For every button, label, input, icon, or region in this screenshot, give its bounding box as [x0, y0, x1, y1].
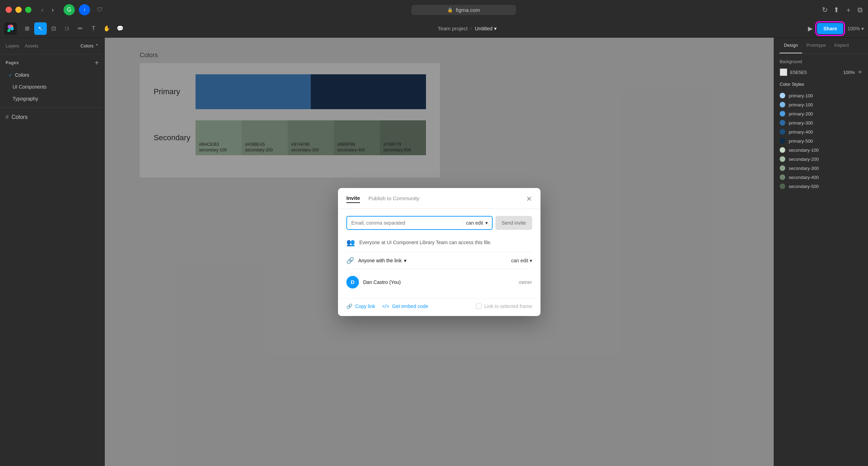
refresh-icon[interactable]: ↻: [822, 6, 828, 14]
right-tab-inspect[interactable]: Inspect: [830, 38, 853, 53]
email-input[interactable]: [351, 217, 459, 229]
shield-extension[interactable]: 🛡: [94, 4, 105, 15]
maximize-button[interactable]: [25, 7, 31, 13]
background-color-swatch[interactable]: [780, 68, 787, 76]
tab-colors[interactable]: Colors ⌃: [80, 43, 99, 48]
modal-header: Invite Publish to Community ✕: [338, 188, 540, 209]
chevron-down-icon: ▾: [530, 258, 532, 263]
zoom-control[interactable]: 100% ▾: [847, 26, 864, 31]
color-style-name: primary-100: [789, 93, 813, 98]
link-icon: 🔗: [346, 303, 352, 309]
color-style-dot: [780, 102, 785, 107]
share-browser-icon[interactable]: ⬆: [833, 6, 839, 14]
modal-body: can edit ▾ Send invite 👥 Everyone at UI …: [338, 209, 540, 298]
page-item-ui-components[interactable]: UI Components: [7, 81, 102, 92]
background-hex: E5E5E5: [790, 70, 840, 75]
modal-overlay[interactable]: Invite Publish to Community ✕ can edit ▾: [105, 38, 774, 466]
tab-assets[interactable]: Assets: [25, 42, 38, 50]
minimize-button[interactable]: [15, 7, 22, 13]
canvas-area[interactable]: Colors Primary Secondary #B4CEB3: [105, 38, 774, 466]
page-name-ui: UI Components: [13, 84, 46, 90]
background-opacity: 100%: [843, 70, 855, 75]
embed-code-button[interactable]: </> Get embed code: [382, 303, 428, 309]
share-button[interactable]: Share: [817, 23, 843, 34]
text-icon: T: [92, 25, 95, 32]
color-style-item[interactable]: primary-400: [780, 127, 862, 136]
color-style-item[interactable]: secondary-400: [780, 173, 862, 182]
anyone-link-label[interactable]: Anyone with the link ▾: [358, 258, 511, 263]
right-tab-design[interactable]: Design: [780, 38, 802, 53]
color-style-item[interactable]: secondary-500: [780, 182, 862, 191]
modal-close-button[interactable]: ✕: [526, 195, 532, 202]
email-input-wrap[interactable]: can edit ▾: [346, 216, 493, 230]
page-item-typography[interactable]: Typography: [7, 93, 102, 104]
chevron-down-icon: ▾: [494, 25, 497, 32]
modal-footer: 🔗 Copy link </> Get embed code Link to s…: [338, 298, 540, 316]
comment-tool[interactable]: 💬: [114, 22, 126, 35]
invite-row: can edit ▾ Send invite: [346, 216, 532, 230]
frame-label: Link to selected frame: [484, 303, 532, 309]
eye-icon[interactable]: 👁: [858, 69, 862, 75]
frame-checkbox[interactable]: [476, 303, 481, 309]
url-bar[interactable]: 🔒 figma.com: [112, 5, 815, 15]
browser-extensions: G i 🛡: [64, 4, 105, 15]
move-tool-group[interactable]: ⊞ ▾: [21, 22, 34, 35]
color-style-name: secondary-400: [789, 175, 819, 180]
tab-layers[interactable]: Layers: [6, 42, 19, 50]
color-style-item[interactable]: primary-300: [780, 118, 862, 127]
titlebar: ‹ › G i 🛡 🔒 figma.com ↻ ⬆ ＋ ⧉: [0, 0, 868, 20]
select-tool[interactable]: ↖ ▾: [34, 22, 47, 35]
toolbar-right: ▶ Share 100% ▾: [808, 23, 864, 34]
add-page-button[interactable]: +: [95, 59, 99, 66]
hand-tool[interactable]: ✋: [101, 22, 113, 35]
color-style-item[interactable]: primary-100: [780, 91, 862, 100]
figma-logo[interactable]: [4, 22, 17, 35]
chevron-up-icon: ⌃: [95, 43, 99, 48]
color-style-item[interactable]: primary-500: [780, 136, 862, 145]
share-modal: Invite Publish to Community ✕ can edit ▾: [338, 188, 540, 316]
chevron-icon: ▾: [81, 27, 83, 30]
pen-tool[interactable]: ✏ ▾: [74, 22, 87, 35]
color-style-item[interactable]: secondary-100: [780, 145, 862, 155]
color-style-name: primary-500: [789, 138, 813, 144]
check-icon: ✓: [8, 73, 12, 78]
link-row: 🔗 Anyone with the link ▾ can edit ▾: [346, 252, 532, 269]
modal-tab-invite[interactable]: Invite: [346, 195, 360, 203]
right-tab-prototype[interactable]: Prototype: [802, 38, 830, 53]
page-name-colors: Colors: [15, 72, 29, 78]
close-button[interactable]: [6, 7, 12, 13]
color-style-dot: [780, 129, 785, 135]
color-style-item[interactable]: secondary-300: [780, 164, 862, 173]
color-style-dot: [780, 93, 785, 98]
window-icon[interactable]: ⧉: [858, 6, 862, 14]
chevron-icon: ▾: [28, 27, 30, 30]
team-icon: 👥: [346, 238, 355, 247]
color-style-item[interactable]: primary-200: [780, 109, 862, 118]
link-permission-dropdown[interactable]: can edit ▾: [511, 258, 532, 263]
color-style-dot: [780, 120, 785, 126]
color-style-item[interactable]: secondary-200: [780, 155, 862, 164]
copy-link-button[interactable]: 🔗 Copy link: [346, 303, 375, 309]
forward-button[interactable]: ›: [49, 5, 57, 15]
text-tool[interactable]: T: [87, 22, 100, 35]
modal-tab-publish[interactable]: Publish to Community: [368, 195, 419, 203]
pages-label: Pages: [6, 60, 19, 65]
info-extension[interactable]: i: [79, 4, 90, 15]
project-name[interactable]: Team project: [438, 25, 468, 31]
page-item-colors[interactable]: ✓ Colors: [3, 69, 102, 81]
file-title[interactable]: Untitled ▾: [475, 25, 497, 32]
grammarly-extension[interactable]: G: [64, 4, 75, 15]
color-style-dot: [780, 174, 785, 180]
tools-group-main: ⊞ ▾ ↖ ▾ ⊡ ▾ □ ▾ ✏ ▾ T ✋ 💬: [21, 22, 126, 35]
back-button[interactable]: ‹: [38, 5, 46, 15]
frame-tool[interactable]: ⊡ ▾: [47, 22, 60, 35]
colors-section[interactable]: # Colors: [0, 111, 104, 124]
new-tab-icon[interactable]: ＋: [845, 5, 852, 15]
shape-tool[interactable]: □ ▾: [61, 22, 73, 35]
present-icon[interactable]: ▶: [808, 25, 813, 32]
can-edit-dropdown[interactable]: can edit ▾: [462, 220, 488, 226]
send-invite-button[interactable]: Send invite: [495, 216, 532, 230]
can-edit-label: can edit: [466, 220, 483, 226]
comment-icon: 💬: [117, 25, 124, 32]
color-style-item[interactable]: primary-100: [780, 100, 862, 109]
